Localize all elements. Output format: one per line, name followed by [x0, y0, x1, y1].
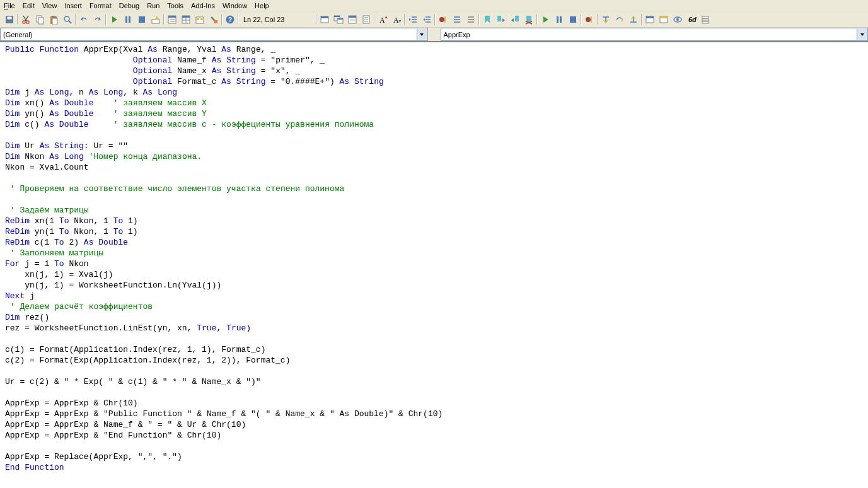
svg-rect-67 [570, 16, 576, 23]
menubar: File Edit View Insert Format Debug Run T… [0, 0, 868, 11]
menu-tools[interactable]: Tools [167, 2, 183, 9]
svg-rect-38 [350, 20, 355, 21]
tb2-window-icon[interactable] [318, 13, 332, 26]
tb2-font-larger-icon[interactable]: A▲ [376, 13, 390, 26]
svg-rect-13 [129, 16, 130, 23]
tb2-breakpoint-icon[interactable] [436, 13, 450, 26]
menu-window[interactable]: Window [223, 2, 247, 9]
svg-rect-25 [197, 18, 199, 20]
main-toolbar: ? Ln 22, Col 23 A▲ A▼ 6d [0, 11, 868, 28]
stop-icon[interactable] [135, 13, 149, 26]
menu-format[interactable]: Format [90, 2, 112, 9]
tb2-font-smaller-icon[interactable]: A▼ [390, 13, 403, 26]
svg-text:6d: 6d [688, 16, 697, 23]
svg-rect-65 [557, 16, 558, 23]
svg-text:▲: ▲ [384, 15, 388, 19]
svg-rect-37 [349, 16, 356, 18]
menu-addins[interactable]: Add-Ins [191, 2, 215, 9]
svg-rect-2 [8, 21, 11, 23]
tb2-bookmark-toggle-icon[interactable] [480, 13, 494, 26]
svg-point-3 [23, 20, 25, 23]
tb3-stop-icon[interactable] [566, 13, 580, 26]
redo-icon[interactable] [91, 13, 105, 26]
pause-icon[interactable] [121, 13, 135, 26]
tb2-comment-icon[interactable] [450, 13, 464, 26]
svg-point-68 [586, 17, 591, 22]
menu-help[interactable]: Help [255, 2, 269, 9]
tb3-locals-icon[interactable] [643, 13, 657, 26]
tb3-breakpoint-icon[interactable] [582, 13, 596, 26]
tb3-quick-watch-icon[interactable]: 6d [685, 13, 698, 26]
svg-rect-79 [702, 21, 709, 23]
tb2-bookmark-clear-icon[interactable] [522, 13, 536, 26]
tb3-step-into-icon[interactable] [599, 13, 613, 26]
tb2-outdent-icon[interactable] [420, 13, 434, 26]
menu-run[interactable]: Run [147, 2, 159, 9]
svg-rect-31 [321, 16, 328, 18]
procedure-dropdown-value: ApprExp [444, 31, 470, 38]
procedure-dropdown[interactable]: ApprExp [441, 28, 869, 41]
help-icon[interactable]: ? [223, 13, 237, 26]
find-icon[interactable] [61, 13, 74, 26]
run-icon[interactable] [107, 13, 121, 26]
svg-rect-64 [526, 16, 531, 22]
object-dropdown-value: (General) [3, 31, 32, 38]
svg-rect-66 [560, 16, 562, 23]
menu-file[interactable]: File [4, 2, 15, 9]
svg-rect-9 [52, 16, 55, 18]
tb2-form-icon[interactable] [345, 13, 359, 26]
properties-icon[interactable] [179, 13, 193, 26]
tb2-uncomment-icon[interactable] [464, 13, 478, 26]
menu-debug[interactable]: Debug [119, 2, 139, 9]
tb2-indent-icon[interactable] [406, 13, 420, 26]
svg-rect-17 [168, 16, 176, 18]
svg-rect-1 [7, 16, 12, 20]
tb3-step-over-icon[interactable] [613, 13, 627, 26]
tb3-pause-icon[interactable] [552, 13, 566, 26]
tb3-call-stack-icon[interactable] [698, 13, 712, 26]
svg-text:▼: ▼ [398, 19, 402, 23]
svg-rect-35 [337, 18, 343, 20]
toolbox-icon[interactable] [207, 13, 221, 26]
svg-rect-71 [646, 16, 654, 18]
tb2-windows-icon[interactable] [332, 13, 345, 26]
tb3-immediate-icon[interactable] [657, 13, 671, 26]
paste-icon[interactable] [47, 13, 61, 26]
dropdown-arrow-icon [417, 29, 427, 40]
object-dropdown[interactable]: (General) [0, 28, 428, 41]
save-icon[interactable] [3, 13, 16, 26]
tb2-bookmark-prev-icon[interactable] [508, 13, 522, 26]
svg-line-11 [69, 21, 71, 23]
svg-rect-21 [182, 16, 190, 18]
object-browser-icon[interactable] [193, 13, 207, 26]
svg-point-10 [64, 16, 69, 21]
svg-point-75 [676, 18, 679, 21]
copy-icon[interactable] [33, 13, 47, 26]
svg-text:?: ? [228, 16, 232, 23]
svg-rect-73 [660, 16, 668, 18]
svg-rect-14 [139, 16, 145, 23]
svg-rect-12 [125, 16, 127, 23]
code-editor[interactable]: Public Function ApprExp(Xval As Range, Y… [0, 42, 868, 488]
svg-rect-8 [52, 18, 57, 25]
menu-insert[interactable]: Insert [64, 2, 82, 9]
cursor-position: Ln 22, Col 23 [240, 15, 315, 25]
menu-view[interactable]: View [42, 2, 57, 9]
menu-edit[interactable]: Edit [23, 2, 35, 9]
svg-rect-26 [200, 18, 203, 20]
svg-rect-34 [334, 16, 340, 17]
svg-rect-6 [38, 18, 43, 24]
undo-icon[interactable] [77, 13, 91, 26]
tb3-watch-icon[interactable] [671, 13, 685, 26]
tb3-step-out-icon[interactable] [627, 13, 640, 26]
tb2-bookmark-next-icon[interactable] [494, 13, 508, 26]
svg-point-4 [26, 20, 29, 23]
code-dropdowns: (General) ApprExp [0, 28, 868, 42]
dropdown-arrow-icon [857, 29, 867, 40]
svg-rect-77 [702, 16, 709, 18]
tb2-module-icon[interactable] [359, 13, 373, 26]
design-mode-icon[interactable] [149, 13, 163, 26]
project-explorer-icon[interactable] [165, 13, 179, 26]
tb3-run-icon[interactable] [538, 13, 552, 26]
cut-icon[interactable] [19, 13, 33, 26]
